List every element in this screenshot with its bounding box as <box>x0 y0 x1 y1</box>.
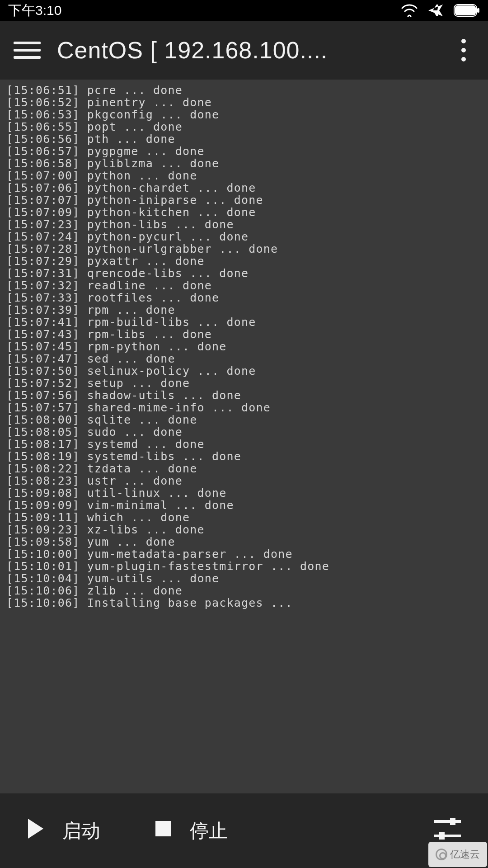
terminal-line: [15:07:09] python-kitchen ... done <box>6 206 482 218</box>
terminal-line: [15:06:53] pkgconfig ... done <box>6 108 482 121</box>
watermark-logo-icon <box>436 849 447 860</box>
status-icons <box>401 3 480 18</box>
app-title: CentOS [ 192.168.100.... <box>57 37 436 64</box>
terminal-line: [15:07:52] setup ... done <box>6 377 482 389</box>
terminal-line: [15:10:04] yum-utils ... done <box>6 572 482 585</box>
terminal-line: [15:08:23] ustr ... done <box>6 475 482 487</box>
start-label: 启动 <box>62 818 100 844</box>
terminal-line: [15:07:43] rpm-libs ... done <box>6 328 482 340</box>
terminal-line: [15:06:57] pygpgme ... done <box>6 145 482 157</box>
settings-button[interactable] <box>434 816 461 846</box>
svg-rect-10 <box>439 832 445 840</box>
terminal-line: [15:10:06] zlib ... done <box>6 585 482 597</box>
status-bar: 下午3:10 <box>0 0 488 21</box>
start-button[interactable]: 启动 <box>26 818 100 844</box>
terminal-line: [15:07:28] python-urlgrabber ... done <box>6 243 482 255</box>
airplane-mode-icon <box>427 3 444 18</box>
terminal-output[interactable]: [15:06:51] pcre ... done[15:06:52] pinen… <box>0 80 488 793</box>
terminal-line: [15:07:23] python-libs ... done <box>6 218 482 231</box>
svg-rect-7 <box>450 818 455 825</box>
terminal-line: [15:07:00] python ... done <box>6 170 482 182</box>
terminal-line: [15:09:58] yum ... done <box>6 536 482 548</box>
terminal-line: [15:10:06] Installing base packages ... <box>6 597 482 609</box>
terminal-line: [15:07:56] shadow-utils ... done <box>6 389 482 401</box>
battery-icon <box>454 4 480 17</box>
terminal-line: [15:06:58] pyliblzma ... done <box>6 157 482 170</box>
terminal-line: [15:10:01] yum-plugin-fastestmirror ... … <box>6 560 482 572</box>
more-options-button[interactable] <box>453 39 474 61</box>
terminal-line: [15:08:05] sudo ... done <box>6 426 482 438</box>
terminal-line: [15:07:32] readline ... done <box>6 279 482 292</box>
svg-rect-1 <box>455 5 476 15</box>
terminal-line: [15:09:23] xz-libs ... done <box>6 524 482 536</box>
watermark: 亿速云 <box>428 842 487 867</box>
terminal-line: [15:07:06] python-chardet ... done <box>6 182 482 194</box>
terminal-line: [15:06:51] pcre ... done <box>6 84 482 96</box>
terminal-line: [15:07:39] rpm ... done <box>6 304 482 316</box>
terminal-line: [15:09:11] which ... done <box>6 511 482 524</box>
terminal-line: [15:07:07] python-iniparse ... done <box>6 194 482 206</box>
terminal-line: [15:07:33] rootfiles ... done <box>6 292 482 304</box>
terminal-line: [15:07:47] sed ... done <box>6 353 482 365</box>
terminal-line: [15:06:56] pth ... done <box>6 133 482 145</box>
terminal-line: [15:10:00] yum-metadata-parser ... done <box>6 548 482 560</box>
terminal-line: [15:08:17] systemd ... done <box>6 438 482 450</box>
terminal-line: [15:08:22] tzdata ... done <box>6 462 482 475</box>
terminal-line: [15:07:57] shared-mime-info ... done <box>6 401 482 414</box>
terminal-line: [15:07:31] qrencode-libs ... done <box>6 267 482 279</box>
app-header: CentOS [ 192.168.100.... <box>0 21 488 80</box>
terminal-line: [15:06:55] popt ... done <box>6 121 482 133</box>
terminal-line: [15:09:08] util-linux ... done <box>6 487 482 499</box>
terminal-line: [15:07:41] rpm-build-libs ... done <box>6 316 482 328</box>
svg-rect-4 <box>155 821 171 836</box>
status-time: 下午3:10 <box>8 1 61 20</box>
terminal-line: [15:09:09] vim-minimal ... done <box>6 499 482 511</box>
svg-marker-3 <box>28 819 43 839</box>
watermark-text: 亿速云 <box>450 848 480 861</box>
menu-button[interactable] <box>14 37 41 64</box>
terminal-line: [15:07:45] rpm-python ... done <box>6 340 482 353</box>
terminal-line: [15:08:00] sqlite ... done <box>6 414 482 426</box>
terminal-line: [15:07:50] selinux-policy ... done <box>6 365 482 377</box>
stop-button[interactable]: 停止 <box>155 818 228 844</box>
wifi-icon <box>401 4 418 17</box>
terminal-line: [15:08:19] systemd-libs ... done <box>6 450 482 462</box>
stop-label: 停止 <box>190 818 228 844</box>
terminal-line: [15:06:52] pinentry ... done <box>6 96 482 108</box>
stop-icon <box>155 820 172 842</box>
play-icon <box>26 818 44 844</box>
svg-rect-2 <box>477 8 479 13</box>
bottom-bar: 启动 停止 <box>0 793 488 868</box>
terminal-line: [15:07:24] python-pycurl ... done <box>6 231 482 243</box>
terminal-line: [15:07:29] pyxattr ... done <box>6 255 482 267</box>
